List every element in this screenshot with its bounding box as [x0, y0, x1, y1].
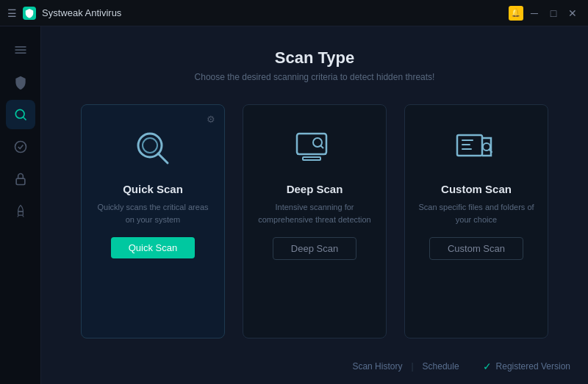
sidebar-item-search[interactable] — [6, 100, 35, 129]
hamburger-icon[interactable]: ☰ — [7, 7, 17, 19]
svg-rect-6 — [16, 178, 25, 184]
schedule-link[interactable]: Schedule — [423, 361, 459, 372]
custom-scan-button[interactable]: Custom Scan — [429, 237, 523, 260]
sidebar — [0, 26, 41, 384]
sidebar-item-shield[interactable] — [6, 68, 35, 97]
registered-check-icon: ✓ — [483, 361, 492, 372]
svg-point-3 — [15, 109, 24, 118]
footer-divider: | — [411, 361, 413, 372]
svg-rect-0 — [15, 46, 26, 48]
content-header: Scan Type Choose the desired scanning cr… — [41, 26, 588, 97]
deep-scan-button[interactable]: Deep Scan — [273, 237, 356, 260]
deep-scan-description: Intensive scanning for comprehensive thr… — [255, 201, 374, 225]
deep-scan-card[interactable]: Deep Scan Intensive scanning for compreh… — [243, 104, 387, 338]
svg-rect-21 — [462, 148, 472, 150]
svg-rect-20 — [462, 144, 470, 145]
quick-scan-title: Quick Scan — [123, 183, 183, 195]
page-subtitle: Choose the desired scanning criteria to … — [56, 72, 573, 82]
minimize-button[interactable]: ─ — [526, 5, 542, 21]
custom-scan-card[interactable]: Custom Scan Scan specific files and fold… — [404, 104, 548, 338]
deep-scan-icon — [289, 123, 340, 174]
sidebar-item-check[interactable] — [6, 132, 35, 162]
settings-icon[interactable]: ⚙ — [207, 114, 215, 125]
registered-label: Registered Version — [496, 361, 570, 372]
svg-line-9 — [158, 153, 168, 163]
quick-scan-card[interactable]: ⚙ Quick Scan Quickly scans the critical … — [81, 104, 225, 338]
registered-status: ✓ Registered Version — [483, 361, 570, 372]
content-footer: Scan History | Schedule ✓ Registered Ver… — [41, 353, 588, 384]
scan-history-link[interactable]: Scan History — [352, 361, 402, 372]
notification-icon[interactable]: 🔔 — [509, 6, 523, 21]
maximize-button[interactable]: □ — [545, 5, 562, 21]
app-title: Systweak Antivirus — [42, 7, 121, 18]
quick-scan-icon — [127, 123, 179, 174]
titlebar-controls: 🔔 ─ □ ✕ — [509, 5, 581, 21]
svg-rect-7 — [18, 211, 23, 215]
deep-scan-title: Deep Scan — [287, 183, 343, 195]
close-button[interactable]: ✕ — [564, 5, 581, 21]
titlebar-left: ☰ Systweak Antivirus — [7, 7, 121, 20]
svg-point-5 — [15, 142, 26, 153]
svg-rect-2 — [15, 52, 26, 54]
main-layout: Scan Type Choose the desired scanning cr… — [0, 26, 588, 384]
svg-point-10 — [143, 138, 157, 153]
custom-scan-icon — [451, 123, 502, 174]
custom-scan-title: Custom Scan — [441, 183, 512, 195]
sidebar-item-lock[interactable] — [6, 164, 35, 194]
sidebar-item-menu[interactable] — [6, 35, 35, 65]
svg-line-4 — [23, 117, 26, 120]
page-title: Scan Type — [56, 48, 573, 68]
custom-scan-description: Scan specific files and folders of your … — [417, 201, 536, 225]
app-logo — [23, 7, 36, 20]
svg-rect-1 — [15, 49, 26, 51]
scan-cards-container: ⚙ Quick Scan Quickly scans the critical … — [41, 97, 588, 353]
sidebar-item-rocket[interactable] — [6, 197, 35, 226]
svg-rect-19 — [462, 140, 473, 141]
titlebar: ☰ Systweak Antivirus 🔔 ─ □ ✕ — [0, 0, 588, 26]
svg-rect-13 — [303, 157, 320, 160]
content-area: Scan Type Choose the desired scanning cr… — [41, 26, 588, 384]
quick-scan-button[interactable]: Quick Scan — [111, 237, 195, 258]
svg-line-15 — [320, 145, 323, 148]
quick-scan-description: Quickly scans the critical areas on your… — [93, 201, 212, 225]
